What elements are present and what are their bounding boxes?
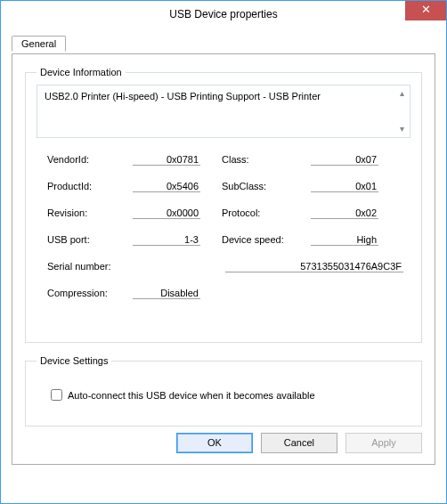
- value-device-speed: High: [311, 234, 378, 246]
- scroll-down-icon[interactable]: ▾: [396, 124, 407, 134]
- row-port-speed: USB port: 1-3 Device speed: High: [47, 234, 403, 250]
- group-device-settings: Device Settings Auto-connect this USB de…: [25, 355, 422, 427]
- value-serial-number: 5731355031476A9C3F: [225, 261, 403, 272]
- label-compression: Compression:: [47, 288, 133, 298]
- window-title: USB Device properties: [1, 1, 446, 28]
- auto-connect-checkbox[interactable]: [51, 389, 62, 401]
- label-class: Class:: [222, 154, 311, 165]
- dialog-button-row: OK Cancel Apply: [171, 433, 422, 453]
- content-area: General Device Information USB2.0 Printe…: [1, 28, 446, 476]
- row-revision-protocol: Revision: 0x0000 Protocol: 0x02: [47, 207, 403, 224]
- value-subclass: 0x01: [311, 181, 378, 192]
- group-device-information: Device Information USB2.0 Printer (Hi-sp…: [25, 67, 422, 343]
- group-device-settings-legend: Device Settings: [37, 355, 111, 366]
- cancel-button[interactable]: Cancel: [261, 433, 337, 453]
- value-revision: 0x0000: [133, 207, 200, 219]
- titlebar: USB Device properties ✕: [1, 1, 446, 28]
- value-product-id: 0x5406: [133, 181, 200, 192]
- row-vendor-class: VendorId: 0x0781 Class: 0x07: [47, 154, 403, 170]
- label-vendor-id: VendorId:: [47, 154, 133, 165]
- info-grid: VendorId: 0x0781 Class: 0x07 ProductId: …: [37, 154, 410, 304]
- close-button[interactable]: ✕: [405, 1, 446, 20]
- value-vendor-id: 0x0781: [133, 154, 200, 166]
- value-class: 0x07: [311, 154, 378, 166]
- label-serial-number: Serial number:: [47, 261, 133, 272]
- tab-strip: General: [12, 35, 435, 53]
- row-serial: Serial number: 5731355031476A9C3F: [47, 261, 403, 277]
- row-compression: Compression: Disabled: [47, 288, 403, 304]
- label-protocol: Protocol:: [222, 207, 311, 218]
- apply-button: Apply: [345, 433, 422, 453]
- label-revision: Revision:: [47, 207, 133, 218]
- label-device-speed: Device speed:: [222, 234, 311, 245]
- tab-body: Device Information USB2.0 Printer (Hi-sp…: [12, 53, 435, 465]
- tab-general[interactable]: General: [12, 36, 66, 52]
- value-usb-port: 1-3: [133, 234, 200, 246]
- group-device-information-legend: Device Information: [37, 67, 126, 77]
- value-compression: Disabled: [133, 288, 200, 299]
- device-description-box[interactable]: USB2.0 Printer (Hi-speed) - USB Printing…: [37, 85, 410, 138]
- label-usb-port: USB port:: [47, 234, 133, 245]
- label-subclass: SubClass:: [222, 181, 311, 191]
- auto-connect-row: Auto-connect this USB device when it bec…: [37, 373, 410, 404]
- ok-button[interactable]: OK: [176, 433, 253, 453]
- usb-device-properties-window: USB Device properties ✕ General Device I…: [0, 0, 447, 504]
- row-product-subclass: ProductId: 0x5406 SubClass: 0x01: [47, 181, 403, 197]
- value-protocol: 0x02: [311, 207, 378, 219]
- label-product-id: ProductId:: [47, 181, 133, 191]
- scroll-up-icon[interactable]: ▴: [396, 88, 407, 99]
- device-description-text: USB2.0 Printer (Hi-speed) - USB Printing…: [45, 91, 321, 102]
- auto-connect-label: Auto-connect this USB device when it bec…: [68, 390, 315, 401]
